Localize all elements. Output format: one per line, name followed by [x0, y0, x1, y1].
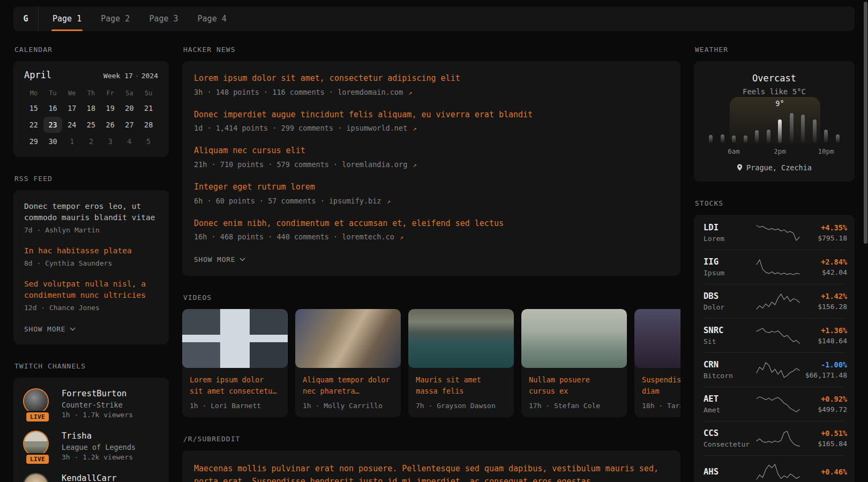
stock-row-aet[interactable]: AETAmet+0.92%$499.72 [704, 387, 845, 421]
stock-change: +1.36% [801, 326, 847, 335]
hacker-news-item-title[interactable]: Lorem ipsum dolor sit amet, consectetur … [194, 73, 669, 85]
subreddit-post-title[interactable]: Maecenas mollis pulvinar erat non posuer… [194, 462, 669, 482]
calendar-day-3: 3 [101, 133, 120, 149]
calendar-day-4: 4 [120, 133, 139, 149]
item-meta: 7d · Ashlyn Martin [24, 225, 158, 235]
video-title[interactable]: Mauris sit amet massa felis [416, 374, 506, 397]
item-meta-text: 16h · 468 points · 440 comments · loremt… [194, 232, 394, 241]
stock-row-ccs[interactable]: CCSConsectetur+0.51%$165.84 [704, 421, 845, 455]
stock-id: SNRCSit [704, 326, 755, 345]
stock-name: Lorem [704, 235, 755, 243]
stock-ticker: SNRC [704, 326, 755, 335]
avatar [24, 432, 48, 455]
stock-row-ahs[interactable]: AHS+0.46% [704, 455, 845, 482]
video-card[interactable]: Mauris sit amet massa felis7h · Grayson … [408, 309, 514, 417]
twitch-channel-trisha[interactable]: LIVETrishaLeague of Legends3h · 1.2k vie… [23, 431, 159, 461]
stock-values: +1.36%$148.64 [801, 326, 847, 345]
hacker-news-show-more-button[interactable]: SHOW MORE [194, 255, 245, 263]
video-thumbnail [521, 309, 627, 368]
video-card[interactable]: Suspendisse diam18h · Tara [634, 309, 680, 417]
stock-values: +2.84%$42.04 [801, 258, 847, 276]
dashboard-columns: CALENDAR April Week 17·2024 MoTuWeThFrSa… [13, 46, 855, 482]
page-scrollbar-thumb[interactable] [864, 2, 867, 244]
video-card[interactable]: Nullam posuere cursus ex17h · Stefan Col… [521, 309, 627, 417]
weather-bar [732, 135, 736, 143]
item-meta-text: 1d · 1,414 points · 299 comments · ipsum… [194, 124, 407, 132]
twitch-section-title: TWITCH CHANNELS [14, 362, 169, 370]
stock-row-iig[interactable]: IIGIpsum+2.84%$42.04 [704, 250, 845, 284]
calendar-section: CALENDAR April Week 17·2024 MoTuWeThFrSa… [13, 46, 169, 157]
rss-item-title[interactable]: Donec tempor eros leo, ut commodo mauris… [24, 201, 158, 223]
rss-item[interactable]: In hac habitasse platea8d · Cynthia Saun… [24, 245, 158, 268]
weather-bar [721, 134, 724, 143]
stock-change: +2.84% [801, 258, 847, 266]
stock-sparkline [755, 327, 801, 345]
video-title[interactable]: Aliquam tempor dolor nec pharetra… [303, 374, 393, 397]
rss-show-more-button[interactable]: SHOW MORE [24, 325, 76, 333]
weather-widget: Overcast Feels like 5°C 9° 6am2pm10pm Pr… [694, 61, 855, 182]
hacker-news-item-title[interactable]: Donec imperdiet augue tincidunt felis al… [194, 109, 669, 121]
stock-row-crn[interactable]: CRNBitcorn-1.00%$66,171.48 [704, 352, 845, 387]
nav-tab-page-2[interactable]: Page 2 [101, 6, 130, 31]
calendar-weekday-tu: Tu [43, 87, 63, 100]
calendar-day-28: 28 [139, 117, 158, 133]
rss-item-title[interactable]: In hac habitasse platea [24, 245, 158, 257]
twitch-channel-kendallcarr[interactable]: KendallCarr [23, 473, 159, 482]
hacker-news-item[interactable]: Donec imperdiet augue tincidunt felis al… [194, 109, 669, 134]
avatar [24, 389, 48, 413]
stock-ticker: AET [704, 394, 755, 404]
hacker-news-item-title[interactable]: Donec enim nibh, condimentum et accumsan… [194, 218, 669, 230]
video-card[interactable]: Lorem ipsum dolor sit amet consectetu…1h… [182, 309, 288, 417]
video-title[interactable]: Lorem ipsum dolor sit amet consectetu… [190, 374, 280, 397]
videos-section: VIDEOS Lorem ipsum dolor sit amet consec… [182, 293, 680, 417]
stock-sparkline-wrap [755, 327, 801, 345]
rss-item[interactable]: Sed volutpat nulla nisl, a condimentum n… [24, 278, 158, 313]
videos-row: Lorem ipsum dolor sit amet consectetu…1h… [182, 309, 680, 417]
calendar-weekday-th: Th [81, 87, 101, 100]
calendar-day-22: 22 [24, 117, 43, 133]
chevron-down-icon [240, 258, 245, 261]
video-card-body: Lorem ipsum dolor sit amet consectetu…1h… [182, 368, 288, 417]
hacker-news-item[interactable]: Integer eget rutrum lorem6h · 60 points … [194, 182, 669, 206]
calendar-day-23-selected: 23 [43, 117, 63, 133]
stock-values: +0.92%$499.72 [801, 395, 847, 413]
hacker-news-item[interactable]: Donec enim nibh, condimentum et accumsan… [194, 218, 669, 243]
external-link-icon: ↗ [386, 198, 391, 205]
stock-name: Consectetur [704, 440, 755, 448]
stock-id: CCSConsectetur [704, 428, 755, 448]
hacker-news-item[interactable]: Aliquam nec cursus elit21h · 710 points … [194, 145, 669, 170]
stock-row-ldi[interactable]: LDILorem+4.35%$795.18 [704, 216, 845, 250]
stock-row-snrc[interactable]: SNRCSit+1.36%$148.64 [704, 318, 845, 352]
video-title[interactable]: Suspendisse diam [642, 374, 680, 397]
stock-price: $42.04 [801, 268, 847, 276]
twitch-avatar-wrap [23, 473, 52, 482]
subreddit-section-title: /R/SUBREDDIT [183, 435, 680, 443]
video-thumbnail [295, 309, 401, 368]
stock-row-dbs[interactable]: DBSDolor+1.42%$156.28 [704, 284, 845, 318]
app-logo[interactable]: G [13, 6, 39, 31]
weather-bar [709, 135, 713, 143]
hacker-news-item-title[interactable]: Aliquam nec cursus elit [194, 145, 669, 157]
weather-bar [824, 130, 828, 143]
rss-item-title[interactable]: Sed volutpat nulla nisl, a condimentum n… [24, 278, 158, 301]
nav-tab-page-4[interactable]: Page 4 [198, 6, 227, 31]
video-thumbnail [408, 309, 514, 368]
stock-change: +0.46% [801, 468, 847, 476]
nav-tab-page-3[interactable]: Page 3 [149, 6, 178, 31]
twitch-channel-game: Counter-Strike [62, 401, 133, 409]
video-card[interactable]: Aliquam tempor dolor nec pharetra…1h · M… [295, 309, 401, 417]
video-meta: 18h · Tara [642, 402, 680, 410]
item-meta-text: 8d · Cynthia Saunders [24, 259, 112, 267]
calendar-day-25: 25 [81, 117, 101, 133]
hacker-news-item-title[interactable]: Integer eget rutrum lorem [194, 182, 669, 193]
rss-item[interactable]: Donec tempor eros leo, ut commodo mauris… [24, 201, 158, 235]
stock-sparkline [755, 361, 801, 379]
video-title[interactable]: Nullam posuere cursus ex [529, 374, 619, 397]
hacker-news-item[interactable]: Lorem ipsum dolor sit amet, consectetur … [194, 73, 669, 97]
calendar-day-30: 30 [43, 133, 63, 149]
stock-id: DBSDolor [704, 291, 755, 311]
twitch-channel-forrestburton[interactable]: LIVEForrestBurtonCounter-Strike1h · 1.7k… [23, 388, 159, 419]
subreddit-post[interactable]: Maecenas mollis pulvinar erat non posuer… [194, 462, 669, 482]
calendar-day-2: 2 [81, 133, 101, 149]
nav-tab-page-1[interactable]: Page 1 [53, 6, 81, 31]
